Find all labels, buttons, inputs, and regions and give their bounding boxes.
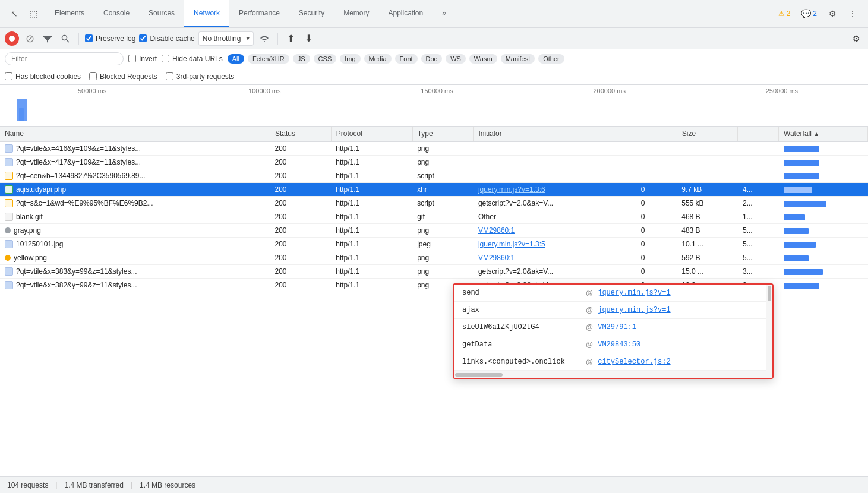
table-row[interactable]: ?qt=vtile&x=417&y=109&z=11&styles... 200… — [0, 156, 868, 169]
stop-button[interactable]: ⊘ — [23, 31, 37, 46]
info-badge[interactable]: 💬 2 — [797, 8, 820, 20]
tab-console[interactable]: Console — [94, 0, 139, 27]
header-type[interactable]: Type — [412, 127, 474, 141]
chip-other[interactable]: Other — [538, 54, 564, 64]
warning-badge[interactable]: ⚠ 2 — [775, 8, 794, 19]
chip-font[interactable]: Font — [395, 54, 418, 64]
chip-wasm[interactable]: Wasm — [469, 54, 497, 64]
header-waterfall[interactable]: Waterfall ▲ — [779, 127, 868, 141]
cell-initiator: Other — [474, 210, 636, 224]
device-icon[interactable]: ⬚ — [25, 5, 42, 22]
popup-scrollbar[interactable] — [766, 285, 772, 371]
cell-initiator: jquery.min.js?v=1.3:6 — [474, 183, 636, 197]
upload-icon[interactable]: ⬆ — [284, 31, 298, 46]
throttle-select[interactable]: No throttling — [198, 31, 254, 46]
chip-all[interactable]: All — [228, 54, 244, 64]
cursor-icon[interactable]: ↖ — [6, 5, 23, 22]
disable-cache-label[interactable]: Disable cache — [139, 34, 194, 43]
popup-scrollbar-thumb — [768, 286, 771, 301]
type-icon-png — [5, 144, 13, 153]
tab-performance[interactable]: Performance — [229, 0, 289, 27]
header-col7[interactable] — [738, 127, 779, 141]
cell-col5: 0 — [636, 183, 677, 197]
popup-bottom-scroll[interactable] — [454, 371, 772, 378]
download-icon[interactable]: ⬇ — [302, 31, 316, 46]
header-right-icons: ⚠ 2 💬 2 ⚙ ⋮ — [775, 5, 866, 22]
tab-sources[interactable]: Sources — [139, 0, 184, 27]
cell-type: xhr — [412, 183, 474, 197]
chip-doc[interactable]: Doc — [421, 54, 443, 64]
header-status[interactable]: Status — [270, 127, 331, 141]
header-protocol[interactable]: Protocol — [331, 127, 412, 141]
popup-link-0[interactable]: jquery.min.js?v=1 — [598, 289, 670, 297]
table-row[interactable]: ?qt=cen&b=13449827%2C3590569.89... 200 h… — [0, 169, 868, 183]
type-icon-png — [5, 267, 13, 276]
popup-at-1: @ — [586, 306, 593, 314]
hide-data-urls-checkbox[interactable] — [162, 55, 169, 62]
tab-application[interactable]: Application — [379, 0, 433, 27]
preserve-log-checkbox[interactable] — [85, 34, 93, 42]
blocked-requests-checkbox[interactable] — [89, 72, 97, 80]
filter-button[interactable] — [40, 31, 55, 46]
table-row[interactable]: yellow.png 200 http/1.1 png VM29860:1 0 … — [0, 251, 868, 265]
chip-css[interactable]: CSS — [314, 54, 337, 64]
chip-ws[interactable]: WS — [446, 54, 466, 64]
cell-type: script — [412, 169, 474, 183]
header-initiator[interactable]: Initiator — [474, 127, 636, 141]
third-party-label[interactable]: 3rd-party requests — [166, 72, 234, 81]
chip-img[interactable]: Img — [340, 54, 360, 64]
popup-link-4[interactable]: citySelector.js:2 — [598, 358, 670, 366]
initiator-link[interactable]: VM29860:1 — [478, 254, 515, 262]
preserve-log-label[interactable]: Preserve log — [85, 34, 135, 43]
table-row[interactable]: blank.gif 200 http/1.1 gif Other 0 468 B… — [0, 210, 868, 224]
waterfall-bar — [784, 214, 805, 220]
chip-manifest[interactable]: Manifest — [501, 54, 535, 64]
chip-js[interactable]: JS — [293, 54, 310, 64]
settings-toolbar-icon[interactable]: ⚙ — [849, 31, 863, 46]
initiator-link[interactable]: jquery.min.js?v=1.3:6 — [478, 185, 545, 194]
filter-input[interactable] — [5, 52, 124, 65]
chip-media[interactable]: Media — [364, 54, 392, 64]
header-name[interactable]: Name — [0, 127, 270, 141]
popup-link-2[interactable]: VM29791:1 — [598, 323, 636, 331]
has-blocked-cookies-label[interactable]: Has blocked cookies — [5, 72, 81, 81]
record-button[interactable] — [5, 31, 19, 46]
popup-fn-4: links.<computed>.onclick — [462, 358, 581, 366]
header-col5[interactable] — [636, 127, 677, 141]
table-row[interactable]: 101250101.jpg 200 http/1.1 jpeg jquery.m… — [0, 238, 868, 251]
devtools-icons: ↖ ⬚ — [2, 5, 45, 22]
invert-checkbox[interactable] — [128, 55, 136, 62]
chip-fetch-xhr[interactable]: Fetch/XHR — [248, 54, 289, 64]
blocked-requests-label[interactable]: Blocked Requests — [89, 72, 157, 81]
tab-memory[interactable]: Memory — [334, 0, 378, 27]
more-icon[interactable]: ⋮ — [844, 5, 861, 22]
cell-waterfall — [779, 210, 868, 224]
invert-label[interactable]: Invert — [128, 55, 157, 63]
header-size[interactable]: Size — [677, 127, 738, 141]
disable-cache-checkbox[interactable] — [139, 34, 147, 42]
initiator-link[interactable]: VM29860:1 — [478, 226, 515, 235]
table-row[interactable]: ?qt=vtile&x=383&y=99&z=11&styles... 200 … — [0, 265, 868, 279]
table-row[interactable]: gray.png 200 http/1.1 png VM29860:1 0 48… — [0, 224, 868, 238]
tab-security[interactable]: Security — [289, 0, 334, 27]
table-row[interactable]: aqistudyapi.php 200 http/1.1 xhr jquery.… — [0, 183, 868, 197]
hide-data-urls-label[interactable]: Hide data URLs — [162, 55, 223, 63]
tab-elements[interactable]: Elements — [45, 0, 94, 27]
settings-icon[interactable]: ⚙ — [824, 5, 841, 22]
tab-network[interactable]: Network — [184, 0, 229, 27]
table-row[interactable]: ?qt=vtile&x=416&y=109&z=11&styles... 200… — [0, 141, 868, 156]
search-button[interactable] — [58, 31, 72, 46]
table-row[interactable]: ?qt=s&c=1&wd=%E9%95%BF%E6%9B2... 200 htt… — [0, 197, 868, 210]
has-blocked-cookies-checkbox[interactable] — [5, 72, 12, 80]
wifi-icon[interactable] — [257, 31, 272, 46]
initiator-link[interactable]: jquery.min.js?v=1.3:5 — [478, 240, 545, 248]
popup-link-1[interactable]: jquery.min.js?v=1 — [598, 306, 670, 314]
cell-type: png — [412, 141, 474, 156]
initiator-text: getscript?v=2.0&ak=V... — [478, 199, 553, 207]
cell-type: png — [412, 156, 474, 169]
tab-more[interactable]: » — [433, 0, 456, 27]
table-body: ?qt=vtile&x=416&y=109&z=11&styles... 200… — [0, 141, 868, 292]
cell-waterfall — [779, 251, 868, 265]
third-party-checkbox[interactable] — [166, 72, 173, 80]
popup-link-3[interactable]: VM29843:50 — [598, 340, 640, 349]
